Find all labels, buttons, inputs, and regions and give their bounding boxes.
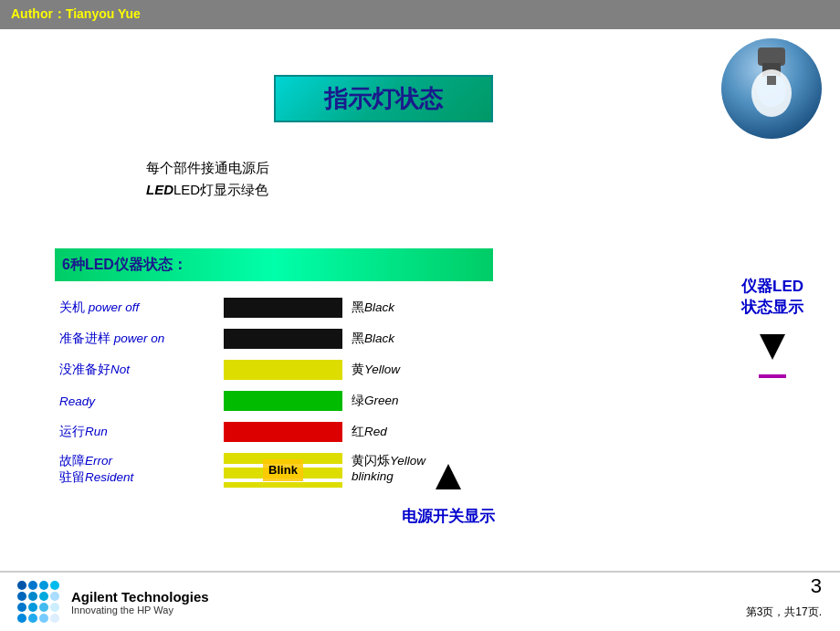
svg-point-20 (50, 614, 59, 623)
instrument-led-title1: 仪器LED (741, 276, 803, 297)
led-bar-poweroff (224, 298, 342, 318)
svg-point-11 (39, 592, 48, 601)
svg-point-17 (17, 614, 26, 623)
instrument-led-section: 仪器LED 状态显示 (741, 276, 803, 385)
led-bar-ready (224, 391, 342, 411)
svg-point-19 (39, 614, 48, 623)
svg-point-13 (17, 603, 26, 612)
instrument-image (721, 38, 822, 139)
company-name: Agilent Technologies (71, 589, 209, 605)
svg-point-6 (28, 581, 37, 590)
led-row-poweroff: 关机 power off 黑Black (59, 294, 425, 321)
svg-point-5 (17, 581, 26, 590)
header-bar: Author：Tianyou Yue (0, 0, 840, 29)
arrow-up-icon (436, 464, 461, 489)
slide-title: 指示灯状态 (324, 83, 443, 115)
agilent-logo: Agilent Technologies Innovating the HP W… (15, 578, 209, 626)
svg-point-9 (17, 592, 26, 601)
intro-line2: LEDLED灯显示绿色 (146, 179, 269, 201)
led-section-header: 6种LED仪器状态： (55, 248, 493, 281)
svg-point-7 (39, 581, 48, 590)
instrument-led-title2: 状态显示 (741, 297, 803, 318)
page-number: 3 (811, 574, 822, 598)
led-row-ready: Ready 绿Green (59, 387, 425, 415)
led-row-notready: 没准备好Not 黄Yellow (59, 356, 425, 384)
power-switch-section: 电源开关显示 (402, 457, 495, 527)
led-bar-poweron (224, 329, 342, 349)
power-switch-label: 电源开关显示 (402, 506, 495, 527)
svg-rect-4 (767, 76, 776, 85)
logo-icon (15, 578, 62, 626)
svg-point-14 (28, 603, 37, 612)
company-tagline: Innovating the HP Way (71, 605, 209, 615)
svg-point-16 (50, 603, 59, 612)
arrow-down-icon (760, 334, 785, 360)
led-states-list: 关机 power off 黑Black 准备进样 power on 黑Black… (59, 294, 425, 488)
footer: Agilent Technologies Innovating the HP W… (0, 571, 840, 631)
intro-line1: 每个部件接通电源后 (146, 157, 269, 179)
svg-point-15 (39, 603, 48, 612)
company-info: Agilent Technologies Innovating the HP W… (71, 589, 209, 615)
svg-point-10 (28, 592, 37, 601)
intro-text: 每个部件接通电源后 LEDLED灯显示绿色 (146, 157, 269, 201)
title-box: 指示灯状态 (274, 75, 493, 122)
page-info: 第3页，共17页. (746, 605, 822, 620)
led-bar-notready (224, 360, 342, 380)
led-row-poweron: 准备进样 power on 黑Black (59, 325, 425, 352)
dash-separator (759, 374, 786, 378)
author-label: Author：Tianyou Yue (11, 6, 141, 23)
led-bar-run (224, 422, 342, 442)
svg-point-8 (50, 581, 59, 590)
led-row-run: 运行Run 红Red (59, 418, 425, 446)
svg-point-18 (28, 614, 37, 623)
main-content: 指示灯状态 每个部件接通电源后 LEDLED灯显示绿色 6种LED仪器状态： (0, 29, 840, 600)
led-section-title: 6种LED仪器状态： (62, 256, 187, 275)
led-row-error: 故障Error 驻留Resident Blink 黄闪烁Yellow blink… (59, 449, 425, 484)
led-bar-blink: Blink (224, 453, 342, 488)
svg-point-12 (50, 592, 59, 601)
